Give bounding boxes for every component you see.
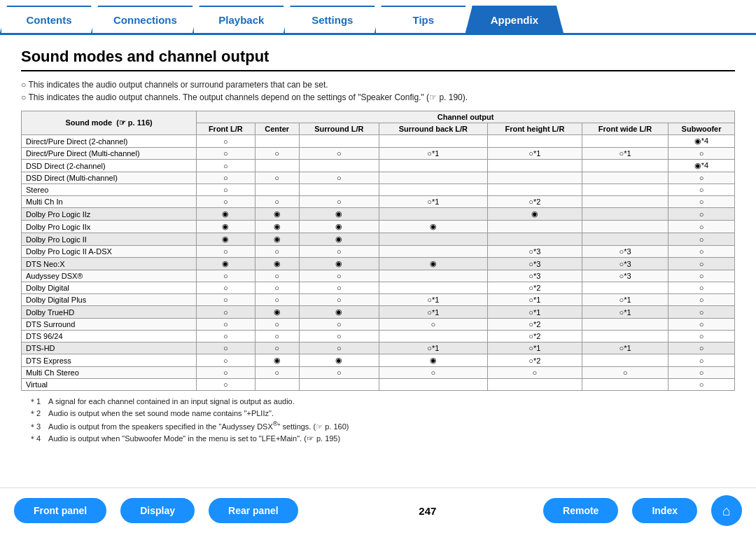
table-row: Virtual○○ xyxy=(22,379,735,391)
table-row: Direct/Pure Direct (Multi-channel)○○○○*1… xyxy=(22,148,735,160)
table-row: Audyssey DSX®○○○○*3○*3○ xyxy=(22,270,735,282)
col-channel-output-header: Channel output xyxy=(197,111,735,123)
top-navigation: Contents Connections Playback Settings T… xyxy=(0,0,756,35)
col-surround-back-lr: Surround back L/R xyxy=(379,123,487,135)
table-row: Multi Ch Stereo○○○○○○○ xyxy=(22,367,735,379)
col-front-wide-lr: Front wide L/R xyxy=(582,123,668,135)
table-row: Stereo○○ xyxy=(22,184,735,196)
table-row: Dolby Pro Logic IIz◉◉◉◉○ xyxy=(22,208,735,221)
table-row: DTS Neo:X◉◉◉◉○*3○*3○ xyxy=(22,258,735,270)
table-row: Dolby Pro Logic II◉◉◉○ xyxy=(22,233,735,246)
table-row: Dolby TrueHD○◉◉○*1○*1○*1○ xyxy=(22,306,735,319)
remote-button[interactable]: Remote xyxy=(543,498,618,523)
channel-output-table: Sound mode (☞ p. 116) Channel output Fro… xyxy=(21,111,735,391)
front-panel-button[interactable]: Front panel xyxy=(14,498,106,523)
col-center: Center xyxy=(255,123,299,135)
table-row: Dolby Pro Logic II A-DSX○○○○*3○*3○ xyxy=(22,246,735,258)
tab-tips[interactable]: Tips xyxy=(374,6,472,33)
intro-text-2: This indicates the audio output channels… xyxy=(21,92,735,102)
table-row: Dolby Digital○○○○*2○ xyxy=(22,282,735,294)
table-row: DSD Direct (Multi-channel)○○○○ xyxy=(22,172,735,184)
table-row: DTS Express○◉◉◉○*2○ xyxy=(22,354,735,367)
col-subwoofer: Subwoofer xyxy=(668,123,735,135)
col-surround-lr: Surround L/R xyxy=(299,123,379,135)
display-button[interactable]: Display xyxy=(120,498,195,523)
home-icon: ⌂ xyxy=(722,503,731,519)
footnote-3: ＊3 Audio is output from the speakers spe… xyxy=(21,420,735,432)
tab-appendix[interactable]: Appendix xyxy=(465,6,564,33)
footnote-2: ＊2 Audio is output when the set sound mo… xyxy=(21,408,735,419)
col-sound-mode: Sound mode (☞ p. 116) xyxy=(22,111,197,135)
table-row: DTS Surround○○○○○*2○ xyxy=(22,319,735,331)
home-button[interactable]: ⌂ xyxy=(711,495,742,526)
col-front-lr: Front L/R xyxy=(197,123,255,135)
table-row: Multi Ch In○○○○*1○*2○ xyxy=(22,196,735,208)
page-title: Sound modes and channel output xyxy=(21,48,735,71)
tab-playback[interactable]: Playback xyxy=(192,6,290,33)
table-row: DTS-HD○○○○*1○*1○*1○ xyxy=(22,342,735,354)
page-content: Sound modes and channel output This indi… xyxy=(0,35,756,452)
col-front-height-lr: Front height L/R xyxy=(487,123,582,135)
rear-panel-button[interactable]: Rear panel xyxy=(209,498,298,523)
bottom-navigation: Front panel Display Rear panel 247 Remot… xyxy=(0,487,756,533)
tab-contents[interactable]: Contents xyxy=(0,6,98,33)
intro-text-1: This indicates the audio output channels… xyxy=(21,80,735,90)
page-number: 247 xyxy=(419,505,436,517)
footnotes: ＊1 A signal for each channel contained i… xyxy=(21,396,735,444)
table-row: DSD Direct (2-channel)○◉*4 xyxy=(22,160,735,172)
tab-settings[interactable]: Settings xyxy=(284,6,382,33)
tab-connections[interactable]: Connections xyxy=(91,6,200,33)
index-button[interactable]: Index xyxy=(632,498,697,523)
footnote-1: ＊1 A signal for each channel contained i… xyxy=(21,396,735,407)
table-row: Dolby Digital Plus○○○○*1○*1○*1○ xyxy=(22,294,735,306)
table-row: Dolby Pro Logic IIx◉◉◉◉○ xyxy=(22,221,735,233)
table-row: DTS 96/24○○○○*2○ xyxy=(22,331,735,342)
table-row: Direct/Pure Direct (2-channel)○◉*4 xyxy=(22,135,735,148)
footnote-4: ＊4 Audio is output when "Subwoofer Mode"… xyxy=(21,434,735,444)
